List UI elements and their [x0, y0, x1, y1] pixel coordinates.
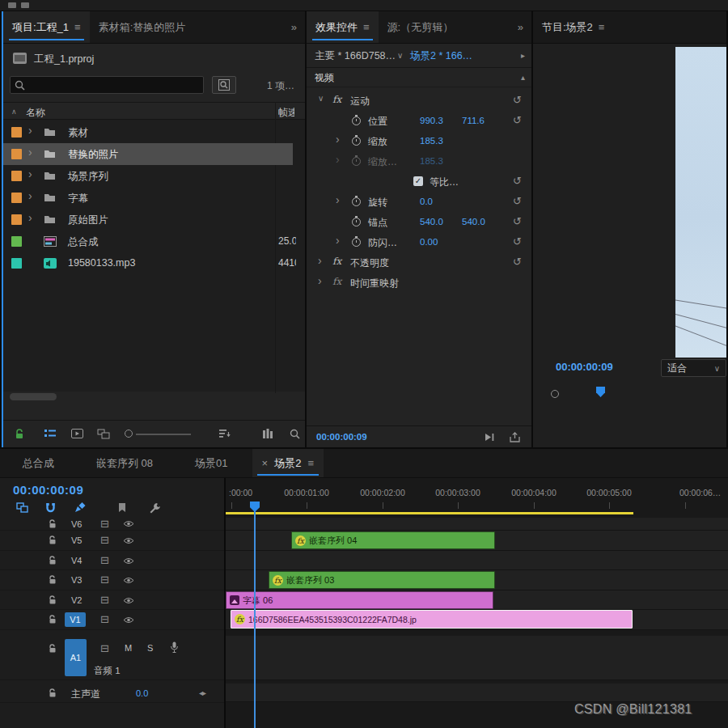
- chevron-right-icon[interactable]: [336, 193, 340, 206]
- icon-view-icon[interactable]: [71, 429, 83, 438]
- track-name[interactable]: V6: [71, 519, 82, 529]
- param-row-rotation[interactable]: 旋转 0.0: [307, 192, 531, 212]
- item-name[interactable]: 素材: [68, 126, 88, 140]
- item-name[interactable]: 原始图片: [68, 214, 108, 227]
- param-value-y[interactable]: 711.6: [462, 116, 485, 125]
- panel-menu-icon[interactable]: [74, 21, 81, 33]
- twirl-icon[interactable]: [28, 167, 32, 180]
- item-name[interactable]: 总合成: [68, 235, 99, 249]
- scrubber-knob[interactable]: [551, 390, 559, 398]
- tab-sequence-nested08[interactable]: 嵌套序列 08: [96, 449, 153, 477]
- tab-source[interactable]: 源:（无剪辑）: [379, 11, 463, 43]
- snap-magnet-icon[interactable]: [45, 502, 56, 513]
- param-row-antiflicker[interactable]: 防闪… 0.00: [307, 232, 531, 252]
- source-patch-icon[interactable]: [100, 642, 109, 654]
- param-label[interactable]: 锚点: [368, 216, 387, 230]
- track-lane-master[interactable]: [226, 684, 728, 702]
- playhead-line[interactable]: [254, 510, 256, 728]
- chevron-down-icon[interactable]: [318, 94, 324, 103]
- lock-icon[interactable]: [49, 688, 57, 698]
- lock-icon[interactable]: [49, 644, 57, 654]
- pan-icon[interactable]: [199, 688, 205, 697]
- tab-bin[interactable]: 素材箱:替换的照片: [90, 11, 195, 43]
- master-gain-value[interactable]: 0.0: [136, 688, 148, 698]
- zoom-slider-handle[interactable]: [125, 430, 133, 438]
- tab-sequence-scene01[interactable]: 场景01: [195, 449, 227, 477]
- source-patch-icon[interactable]: [100, 518, 109, 530]
- export-frame-icon[interactable]: [510, 432, 520, 442]
- column-rate[interactable]: 帧速: [278, 106, 294, 120]
- track-name[interactable]: V4: [71, 556, 82, 565]
- play-around-icon[interactable]: [485, 433, 494, 442]
- solo-button[interactable]: S: [147, 643, 153, 653]
- track-header-master[interactable]: 主声道 0.0: [0, 684, 224, 703]
- column-name[interactable]: 名称: [26, 106, 45, 120]
- reset-icon[interactable]: [513, 175, 522, 187]
- label-color-chip[interactable]: [11, 236, 22, 247]
- stopwatch-icon[interactable]: [352, 218, 361, 226]
- list-item[interactable]: 场景序列: [3, 165, 293, 187]
- label-color-chip[interactable]: [11, 214, 22, 225]
- effects-timecode[interactable]: 00:00:00:09: [316, 432, 367, 442]
- tab-overflow-icon[interactable]: [510, 21, 531, 33]
- tab-overflow-icon[interactable]: [283, 21, 305, 33]
- label-color-chip[interactable]: [11, 193, 22, 203]
- track-header-v3[interactable]: V3: [0, 570, 224, 590]
- param-value[interactable]: 0.0: [420, 197, 433, 206]
- param-label[interactable]: 位置: [368, 115, 387, 129]
- source-patch-icon[interactable]: [100, 534, 109, 546]
- chevron-right-icon[interactable]: [318, 274, 322, 287]
- timeline-timecode[interactable]: 00:00:00:09: [13, 483, 83, 497]
- source-patch-icon[interactable]: [100, 574, 109, 586]
- list-view-icon[interactable]: [44, 429, 57, 438]
- work-area-bar[interactable]: [226, 512, 633, 514]
- chevron-right-icon[interactable]: [318, 254, 322, 267]
- chevron-down-icon[interactable]: [397, 51, 403, 60]
- effect-label[interactable]: 运动: [350, 95, 370, 108]
- scroll-up-icon[interactable]: [521, 73, 525, 82]
- chevron-right-icon[interactable]: [336, 133, 340, 146]
- sort-icon[interactable]: [218, 429, 231, 438]
- reset-icon[interactable]: [513, 94, 522, 106]
- list-column-header[interactable]: 名称 帧速: [3, 102, 305, 120]
- stopwatch-icon[interactable]: [352, 137, 361, 146]
- linked-selection-icon[interactable]: [74, 502, 86, 513]
- stopwatch-icon[interactable]: [352, 238, 361, 247]
- lock-icon[interactable]: [49, 519, 57, 529]
- source-patch-icon[interactable]: [100, 554, 109, 566]
- chevron-right-icon[interactable]: [336, 234, 340, 247]
- track-header-v1[interactable]: V1: [0, 610, 224, 630]
- program-timecode[interactable]: 00:00:00:09: [556, 361, 613, 373]
- param-label[interactable]: 旋转: [368, 196, 387, 210]
- lock-icon[interactable]: [49, 535, 57, 545]
- param-row-position[interactable]: 位置 990.3 711.6: [307, 111, 531, 131]
- track-header-v4[interactable]: V4: [0, 551, 224, 570]
- track-header-v6[interactable]: V6: [0, 518, 224, 531]
- track-header-v2[interactable]: V2: [0, 590, 224, 610]
- video-section-header[interactable]: 视频: [307, 68, 531, 87]
- tab-sequence-main[interactable]: 总合成: [23, 449, 54, 477]
- eye-icon[interactable]: [123, 520, 134, 527]
- effect-row-motion[interactable]: fx 运动: [307, 91, 531, 111]
- list-item[interactable]: 19580133.mp3 44100: [3, 252, 293, 274]
- param-value[interactable]: 185.3: [420, 136, 443, 146]
- mute-button[interactable]: M: [125, 643, 132, 653]
- track-name-a1[interactable]: A1: [65, 639, 87, 676]
- zoom-slider-track[interactable]: [136, 434, 191, 435]
- voiceover-mic-icon[interactable]: [170, 641, 179, 654]
- timeline-tracks-area[interactable]: :00:00 00:00:01:00 00:00:02:00 00:00:03:…: [224, 478, 728, 728]
- lock-icon[interactable]: [49, 595, 57, 605]
- track-lane-a1[interactable]: [226, 636, 728, 680]
- track-name-v1-selected[interactable]: V1: [65, 612, 86, 627]
- param-value[interactable]: 0.00: [420, 237, 438, 247]
- reset-icon[interactable]: [513, 235, 522, 248]
- twirl-icon[interactable]: [28, 146, 32, 159]
- stopwatch-icon[interactable]: [352, 197, 361, 206]
- tab-project[interactable]: 项目:工程_1: [3, 11, 90, 43]
- param-label[interactable]: 防闪…: [368, 236, 397, 250]
- item-name[interactable]: 19580133.mp3: [68, 257, 135, 269]
- panel-menu-icon[interactable]: [307, 457, 314, 469]
- program-playhead-icon[interactable]: [596, 387, 605, 397]
- tab-sequence-scene2[interactable]: × 场景2: [252, 449, 324, 477]
- sort-direction-icon[interactable]: [11, 108, 17, 116]
